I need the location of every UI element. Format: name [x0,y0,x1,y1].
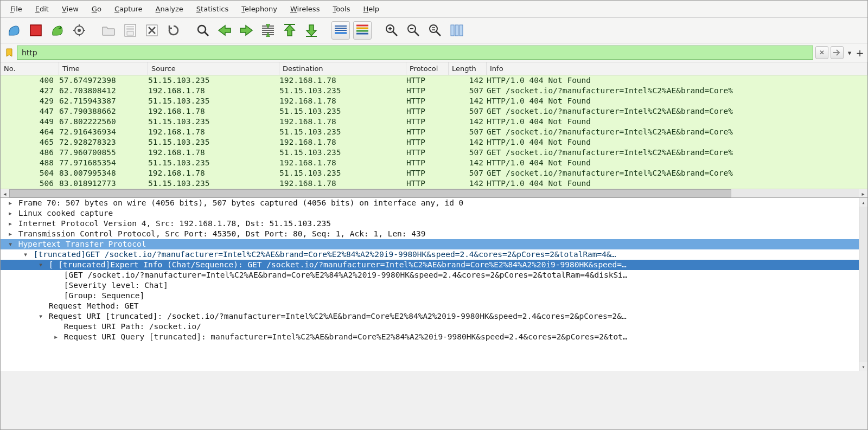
display-filter-input[interactable] [17,46,813,60]
open-file-icon[interactable] [99,21,118,40]
svg-line-31 [393,31,397,36]
go-forward-icon[interactable] [237,21,256,40]
detail-text: Request URI Path: /socket.io/ [64,322,201,331]
detail-tree-item[interactable]: [ [truncated]Expert Info (Chat/Sequence)… [1,260,867,270]
filter-apply-button[interactable] [831,46,844,59]
table-row[interactable]: 50483.007995348192.168.1.7851.15.103.235… [1,168,867,178]
detail-tree-item[interactable]: Request URI Path: /socket.io/ [1,322,867,332]
detail-tree-item[interactable]: [Group: Sequence] [1,291,867,301]
start-capture-icon[interactable] [5,21,23,40]
detail-tree-item[interactable]: Request URI [truncated]: /socket.io/?man… [1,311,867,322]
expand-toggle-icon[interactable] [53,332,59,342]
detail-tree-item[interactable]: [GET /socket.io/?manufacturer=Intel%C2%A… [1,270,867,280]
menu-file[interactable]: File [5,3,28,15]
first-packet-icon[interactable] [280,21,299,40]
packet-list-header[interactable]: No. Time Source Destination Protocol Len… [1,62,867,75]
table-row[interactable]: 42962.71594338751.15.103.235192.168.1.78… [1,96,867,106]
table-row[interactable]: 50683.01891277351.15.103.235192.168.1.78… [1,178,867,189]
detail-tree-item[interactable]: [Severity level: Chat] [1,280,867,291]
expand-toggle-icon[interactable] [7,229,14,239]
detail-tree-item[interactable]: Frame 70: 507 bytes on wire (4056 bits),… [1,198,867,208]
expand-toggle-icon[interactable] [37,311,44,322]
colorize-icon[interactable] [353,21,372,40]
table-row[interactable]: 48677.960700855192.168.1.7851.15.103.235… [1,147,867,158]
svg-line-14 [205,32,208,36]
column-header-source[interactable]: Source [148,62,279,75]
column-header-protocol[interactable]: Protocol [406,62,449,75]
table-row[interactable]: 44967.80222256051.15.103.235192.168.1.78… [1,117,867,127]
filter-bookmark-icon[interactable] [4,47,15,58]
scroll-left-icon[interactable]: ◂ [1,189,9,198]
menu-tools[interactable]: Tools [327,3,355,15]
zoom-in-icon[interactable] [382,21,401,40]
hscroll-thumb[interactable] [9,189,731,197]
detail-tree-item[interactable]: Linux cooked capture [1,208,867,219]
detail-tree-item[interactable]: [truncated]GET /socket.io/?manufacturer=… [1,249,867,260]
svg-line-35 [414,31,419,36]
svg-rect-0 [30,25,41,36]
stop-capture-icon[interactable] [27,21,45,40]
restart-capture-icon[interactable] [48,21,67,40]
zoom-out-icon[interactable] [404,21,423,40]
packet-list-vscroll[interactable] [859,62,867,75]
packet-list-hscroll[interactable]: ◂ ▸ [1,189,867,197]
details-vscroll[interactable]: ▴ ▾ [859,198,867,371]
scroll-up-icon[interactable]: ▴ [859,198,867,207]
svg-rect-43 [459,25,463,36]
resize-columns-icon[interactable] [448,21,466,40]
reload-file-icon[interactable] [164,21,183,40]
find-packet-icon[interactable] [194,21,212,40]
menu-edit[interactable]: Edit [30,3,54,15]
detail-tree-item[interactable]: Internet Protocol Version 4, Src: 192.16… [1,219,867,229]
scroll-right-icon[interactable]: ▸ [859,189,867,198]
column-header-length[interactable]: Length [449,62,487,75]
go-back-icon[interactable] [215,21,234,40]
detail-text: Frame 70: 507 bytes on wire (4056 bits),… [18,198,464,207]
scroll-down-icon[interactable]: ▾ [859,362,867,371]
filter-history-dropdown[interactable]: ▾ [846,49,853,57]
expand-toggle-icon[interactable] [7,198,14,208]
expand-toggle-icon[interactable] [7,208,14,219]
column-header-time[interactable]: Time [59,62,148,75]
expand-toggle-icon[interactable] [7,239,14,249]
menu-go[interactable]: Go [86,3,107,15]
zoom-reset-icon[interactable] [426,21,444,40]
close-file-icon[interactable] [143,21,161,40]
detail-text: [Severity level: Chat] [64,281,168,290]
table-row[interactable]: 42762.703808412192.168.1.7851.15.103.235… [1,86,867,96]
column-header-destination[interactable]: Destination [279,62,406,75]
detail-tree-item[interactable]: Hypertext Transfer Protocol [1,239,867,249]
column-header-no[interactable]: No. [1,62,59,75]
detail-tree-item[interactable]: Transmission Control Protocol, Src Port:… [1,229,867,239]
packet-details-pane[interactable]: Frame 70: 507 bytes on wire (4056 bits),… [1,197,867,371]
menu-analyze[interactable]: Analyze [150,3,189,15]
menu-wireless[interactable]: Wireless [285,3,325,15]
goto-packet-icon[interactable] [259,21,277,40]
table-row[interactable]: 44767.790388662192.168.1.7851.15.103.235… [1,106,867,117]
menu-help[interactable]: Help [358,3,385,15]
detail-tree-item[interactable]: Request Method: GET [1,301,867,311]
menu-statistics[interactable]: Statistics [191,3,234,15]
menu-capture[interactable]: Capture [109,3,148,15]
auto-scroll-icon[interactable] [331,21,350,40]
last-packet-icon[interactable] [302,21,321,40]
column-header-info[interactable]: Info [487,62,867,75]
table-row[interactable]: 46572.92827832351.15.103.235192.168.1.78… [1,137,867,147]
expand-toggle-icon[interactable] [22,249,29,260]
filter-clear-button[interactable]: ✕ [815,46,828,59]
menu-view[interactable]: View [56,3,84,15]
capture-options-icon[interactable] [70,21,88,40]
filter-add-button[interactable]: + [856,47,864,59]
table-row[interactable]: 40057.67497239851.15.103.235192.168.1.78… [1,75,867,86]
menu-telephony[interactable]: Telephony [236,3,283,15]
detail-tree-item[interactable]: Request URI Query [truncated]: manufactu… [1,332,867,342]
svg-rect-42 [455,25,458,36]
packet-list-pane: No. Time Source Destination Protocol Len… [1,62,867,197]
detail-text: [ [truncated]Expert Info (Chat/Sequence)… [49,260,627,269]
table-row[interactable]: 48877.97168535451.15.103.235192.168.1.78… [1,158,867,168]
expand-toggle-icon[interactable] [7,219,14,229]
save-file-icon[interactable] [121,21,139,40]
table-row[interactable]: 46472.916436934192.168.1.7851.15.103.235… [1,127,867,137]
expand-toggle-icon[interactable] [37,260,44,270]
packet-list-body[interactable]: 40057.67497239851.15.103.235192.168.1.78… [1,75,867,189]
